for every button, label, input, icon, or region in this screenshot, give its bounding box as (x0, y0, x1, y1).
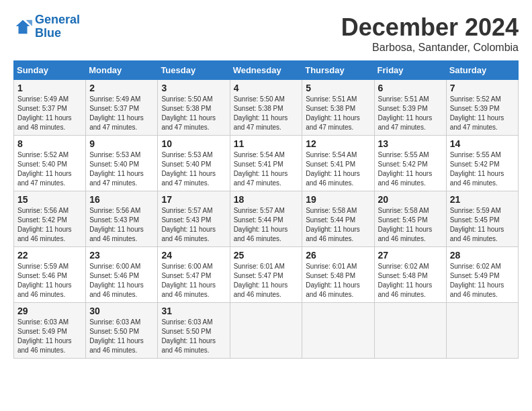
day-info: Sunrise: 6:01 AM Sunset: 5:47 PM Dayligh… (234, 262, 299, 300)
day-info: Sunrise: 6:03 AM Sunset: 5:50 PM Dayligh… (161, 318, 226, 355)
calendar-cell: 2Sunrise: 5:49 AM Sunset: 5:37 PM Daylig… (86, 80, 158, 136)
day-number: 2 (89, 83, 154, 93)
calendar-body: 1Sunrise: 5:49 AM Sunset: 5:37 PM Daylig… (14, 80, 519, 359)
day-number: 10 (161, 138, 226, 149)
day-number: 19 (306, 194, 370, 205)
day-info: Sunrise: 5:53 AM Sunset: 5:40 PM Dayligh… (161, 150, 226, 188)
day-number: 11 (234, 138, 299, 149)
calendar-cell (446, 303, 518, 359)
day-number: 14 (450, 138, 515, 149)
calendar-cell: 10Sunrise: 5:53 AM Sunset: 5:40 PM Dayli… (158, 136, 230, 191)
calendar-week-row: 8Sunrise: 5:52 AM Sunset: 5:40 PM Daylig… (14, 136, 519, 191)
calendar-cell: 23Sunrise: 6:00 AM Sunset: 5:46 PM Dayli… (86, 247, 158, 303)
day-number: 29 (17, 306, 82, 316)
day-info: Sunrise: 5:56 AM Sunset: 5:43 PM Dayligh… (89, 206, 154, 244)
calendar-week-row: 1Sunrise: 5:49 AM Sunset: 5:37 PM Daylig… (14, 80, 519, 136)
day-info: Sunrise: 5:52 AM Sunset: 5:40 PM Dayligh… (17, 150, 82, 188)
title-block: December 2024 Barbosa, Santander, Colomb… (341, 13, 519, 54)
day-number: 28 (450, 250, 515, 261)
day-number: 25 (234, 250, 299, 261)
day-info: Sunrise: 6:00 AM Sunset: 5:47 PM Dayligh… (161, 262, 226, 300)
day-info: Sunrise: 5:55 AM Sunset: 5:42 PM Dayligh… (450, 150, 515, 188)
logo-icon (13, 17, 32, 36)
day-number: 1 (17, 83, 82, 93)
day-number: 20 (378, 194, 443, 205)
day-number: 4 (234, 83, 299, 93)
day-info: Sunrise: 5:51 AM Sunset: 5:38 PM Dayligh… (306, 95, 370, 132)
calendar-cell: 22Sunrise: 5:59 AM Sunset: 5:46 PM Dayli… (14, 247, 86, 303)
calendar-cell: 26Sunrise: 6:01 AM Sunset: 5:48 PM Dayli… (302, 247, 374, 303)
day-number: 7 (450, 83, 515, 93)
day-info: Sunrise: 6:02 AM Sunset: 5:49 PM Dayligh… (450, 262, 515, 300)
day-info: Sunrise: 5:59 AM Sunset: 5:46 PM Dayligh… (17, 262, 82, 300)
logo-text: General Blue (35, 13, 80, 40)
calendar-cell: 29Sunrise: 6:03 AM Sunset: 5:49 PM Dayli… (14, 303, 86, 359)
calendar-cell (374, 303, 446, 359)
day-info: Sunrise: 5:57 AM Sunset: 5:43 PM Dayligh… (161, 206, 226, 244)
calendar-cell: 9Sunrise: 5:53 AM Sunset: 5:40 PM Daylig… (86, 136, 158, 191)
weekday-header-saturday: Saturday (446, 61, 518, 80)
day-info: Sunrise: 6:00 AM Sunset: 5:46 PM Dayligh… (89, 262, 154, 300)
calendar-cell: 31Sunrise: 6:03 AM Sunset: 5:50 PM Dayli… (158, 303, 230, 359)
calendar-cell: 12Sunrise: 5:54 AM Sunset: 5:41 PM Dayli… (302, 136, 374, 191)
day-info: Sunrise: 5:54 AM Sunset: 5:41 PM Dayligh… (234, 150, 299, 188)
calendar-cell (302, 303, 374, 359)
calendar-cell: 19Sunrise: 5:58 AM Sunset: 5:44 PM Dayli… (302, 191, 374, 247)
day-number: 17 (161, 194, 226, 205)
weekday-header-friday: Friday (374, 61, 446, 80)
calendar-cell: 5Sunrise: 5:51 AM Sunset: 5:38 PM Daylig… (302, 80, 374, 136)
calendar-cell: 17Sunrise: 5:57 AM Sunset: 5:43 PM Dayli… (158, 191, 230, 247)
calendar-cell: 8Sunrise: 5:52 AM Sunset: 5:40 PM Daylig… (14, 136, 86, 191)
day-number: 24 (161, 250, 226, 261)
day-number: 6 (378, 83, 443, 93)
calendar-cell: 11Sunrise: 5:54 AM Sunset: 5:41 PM Dayli… (230, 136, 302, 191)
day-info: Sunrise: 5:54 AM Sunset: 5:41 PM Dayligh… (306, 150, 370, 188)
day-info: Sunrise: 5:49 AM Sunset: 5:37 PM Dayligh… (17, 95, 82, 132)
calendar-cell: 24Sunrise: 6:00 AM Sunset: 5:47 PM Dayli… (158, 247, 230, 303)
logo: General Blue (13, 13, 80, 40)
day-number: 22 (17, 250, 82, 261)
day-info: Sunrise: 5:55 AM Sunset: 5:42 PM Dayligh… (378, 150, 443, 188)
day-info: Sunrise: 5:58 AM Sunset: 5:44 PM Dayligh… (306, 206, 370, 244)
day-info: Sunrise: 5:57 AM Sunset: 5:44 PM Dayligh… (234, 206, 299, 244)
calendar-table: SundayMondayTuesdayWednesdayThursdayFrid… (13, 60, 519, 359)
weekday-header-tuesday: Tuesday (158, 61, 230, 80)
calendar-cell: 14Sunrise: 5:55 AM Sunset: 5:42 PM Dayli… (446, 136, 518, 191)
day-info: Sunrise: 6:03 AM Sunset: 5:49 PM Dayligh… (17, 318, 82, 355)
day-number: 3 (161, 83, 226, 93)
calendar-cell: 21Sunrise: 5:59 AM Sunset: 5:45 PM Dayli… (446, 191, 518, 247)
day-number: 9 (89, 138, 154, 149)
day-number: 21 (450, 194, 515, 205)
day-info: Sunrise: 6:02 AM Sunset: 5:48 PM Dayligh… (378, 262, 443, 300)
calendar-cell: 7Sunrise: 5:52 AM Sunset: 5:39 PM Daylig… (446, 80, 518, 136)
calendar-week-row: 29Sunrise: 6:03 AM Sunset: 5:49 PM Dayli… (14, 303, 519, 359)
weekday-header-thursday: Thursday (302, 61, 374, 80)
day-number: 8 (17, 138, 82, 149)
calendar-cell: 27Sunrise: 6:02 AM Sunset: 5:48 PM Dayli… (374, 247, 446, 303)
calendar-cell: 4Sunrise: 5:50 AM Sunset: 5:38 PM Daylig… (230, 80, 302, 136)
day-info: Sunrise: 5:52 AM Sunset: 5:39 PM Dayligh… (450, 95, 515, 132)
day-info: Sunrise: 6:03 AM Sunset: 5:50 PM Dayligh… (89, 318, 154, 355)
day-info: Sunrise: 5:51 AM Sunset: 5:39 PM Dayligh… (378, 95, 443, 132)
day-info: Sunrise: 5:50 AM Sunset: 5:38 PM Dayligh… (234, 95, 299, 132)
calendar-cell: 13Sunrise: 5:55 AM Sunset: 5:42 PM Dayli… (374, 136, 446, 191)
calendar-cell: 25Sunrise: 6:01 AM Sunset: 5:47 PM Dayli… (230, 247, 302, 303)
weekday-header-monday: Monday (86, 61, 158, 80)
month-title: December 2024 (341, 13, 519, 42)
calendar-cell: 16Sunrise: 5:56 AM Sunset: 5:43 PM Dayli… (86, 191, 158, 247)
calendar-cell: 18Sunrise: 5:57 AM Sunset: 5:44 PM Dayli… (230, 191, 302, 247)
day-number: 12 (306, 138, 370, 149)
day-number: 26 (306, 250, 370, 261)
day-info: Sunrise: 5:50 AM Sunset: 5:38 PM Dayligh… (161, 95, 226, 132)
location-subtitle: Barbosa, Santander, Colombia (341, 42, 519, 54)
calendar-cell: 3Sunrise: 5:50 AM Sunset: 5:38 PM Daylig… (158, 80, 230, 136)
calendar-cell: 1Sunrise: 5:49 AM Sunset: 5:37 PM Daylig… (14, 80, 86, 136)
day-info: Sunrise: 5:56 AM Sunset: 5:42 PM Dayligh… (17, 206, 82, 244)
day-info: Sunrise: 5:49 AM Sunset: 5:37 PM Dayligh… (89, 95, 154, 132)
day-number: 16 (89, 194, 154, 205)
day-info: Sunrise: 5:53 AM Sunset: 5:40 PM Dayligh… (89, 150, 154, 188)
day-number: 30 (89, 306, 154, 316)
day-number: 13 (378, 138, 443, 149)
page-header: General Blue December 2024 Barbosa, Sant… (13, 13, 519, 54)
calendar-cell: 6Sunrise: 5:51 AM Sunset: 5:39 PM Daylig… (374, 80, 446, 136)
